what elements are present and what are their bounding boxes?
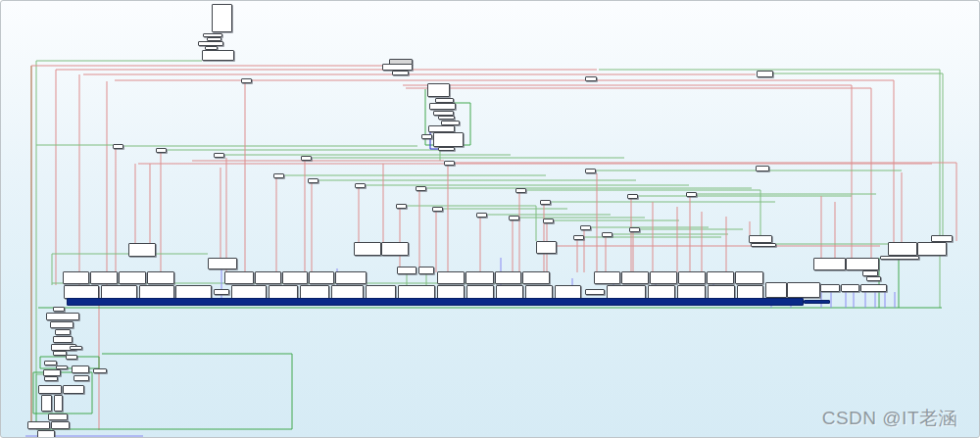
graph-node[interactable] xyxy=(354,242,381,256)
graph-node[interactable] xyxy=(917,242,947,256)
graph-node[interactable] xyxy=(540,200,551,205)
graph-node[interactable] xyxy=(756,166,769,171)
graph-node[interactable] xyxy=(397,267,416,274)
graph-node[interactable] xyxy=(72,365,89,373)
graph-node[interactable] xyxy=(38,385,62,394)
graph-node[interactable] xyxy=(677,285,706,299)
graph-node[interactable] xyxy=(686,192,697,197)
graph-node[interactable] xyxy=(860,284,887,292)
graph-node[interactable] xyxy=(53,307,65,312)
graph-node[interactable] xyxy=(398,285,435,299)
graph-node[interactable] xyxy=(63,385,84,394)
graph-node[interactable] xyxy=(466,285,494,299)
graph-node[interactable] xyxy=(621,271,649,284)
graph-node[interactable] xyxy=(101,285,137,299)
graph-node[interactable] xyxy=(880,256,919,260)
graph-node[interactable] xyxy=(273,173,284,178)
graph-node[interactable] xyxy=(55,329,71,335)
graph-node[interactable] xyxy=(866,276,881,281)
graph-node[interactable] xyxy=(888,242,917,256)
graph-node[interactable] xyxy=(629,227,640,232)
graph-node[interactable] xyxy=(53,351,67,356)
graph-node[interactable] xyxy=(749,235,772,243)
graph-node[interactable] xyxy=(51,421,70,429)
graph-node[interactable] xyxy=(224,271,254,284)
graph-node[interactable] xyxy=(355,183,366,188)
graph-node[interactable] xyxy=(381,242,409,256)
graph-node[interactable] xyxy=(437,285,465,299)
graph-node[interactable] xyxy=(585,169,596,173)
graph-node[interactable] xyxy=(820,284,840,292)
graph-node[interactable] xyxy=(309,271,334,284)
graph-node[interactable] xyxy=(678,271,706,284)
graph-node[interactable] xyxy=(787,282,820,298)
graph-node[interactable] xyxy=(48,414,68,420)
graph-node[interactable] xyxy=(331,285,364,299)
graph-node[interactable] xyxy=(37,430,55,438)
graph-node[interactable] xyxy=(54,395,63,412)
graph-node[interactable] xyxy=(751,243,776,247)
graph-node[interactable] xyxy=(707,271,734,284)
graph-node[interactable] xyxy=(128,243,156,257)
graph-node[interactable] xyxy=(212,4,232,32)
graph-node[interactable] xyxy=(301,156,312,161)
graph-node[interactable] xyxy=(27,421,50,429)
graph-node[interactable] xyxy=(214,153,224,158)
graph-node[interactable] xyxy=(147,271,174,284)
graph-node[interactable] xyxy=(525,285,553,299)
graph-node[interactable] xyxy=(63,271,89,284)
graph-node[interactable] xyxy=(841,284,859,292)
graph-node[interactable] xyxy=(66,355,77,360)
graph-node[interactable] xyxy=(580,225,591,230)
graph-node[interactable] xyxy=(382,64,413,71)
graph-node[interactable] xyxy=(44,361,57,365)
graph-node[interactable] xyxy=(648,285,675,299)
graph-node[interactable] xyxy=(813,258,846,270)
graph-node[interactable] xyxy=(509,216,519,220)
graph-node[interactable] xyxy=(43,369,61,376)
graph-node[interactable] xyxy=(627,194,638,199)
graph-bar-node[interactable] xyxy=(804,300,830,304)
graph-node[interactable] xyxy=(437,271,465,284)
graph-node[interactable] xyxy=(269,285,298,299)
graph-node[interactable] xyxy=(113,144,123,149)
graph-node[interactable] xyxy=(737,285,763,299)
graph-node[interactable] xyxy=(202,50,234,61)
graph-node[interactable] xyxy=(735,271,763,284)
graph-node[interactable] xyxy=(496,285,523,299)
graph-node[interactable] xyxy=(416,186,426,191)
graph-node[interactable] xyxy=(757,71,773,77)
graph-bar-node[interactable] xyxy=(67,298,804,306)
graph-node[interactable] xyxy=(46,313,79,320)
graph-node[interactable] xyxy=(335,271,367,284)
graph-node[interactable] xyxy=(74,375,89,381)
graph-node[interactable] xyxy=(139,285,174,299)
graph-node[interactable] xyxy=(208,258,237,269)
graph-node[interactable] xyxy=(44,376,58,381)
graph-node[interactable] xyxy=(418,267,434,274)
graph-node[interactable] xyxy=(282,271,308,284)
graph-node[interactable] xyxy=(50,321,74,328)
graph-node[interactable] xyxy=(41,395,52,412)
graph-node[interactable] xyxy=(70,346,82,350)
graph-node[interactable] xyxy=(708,285,735,299)
graph-node[interactable] xyxy=(214,289,229,295)
graph-node[interactable] xyxy=(585,76,597,81)
graph-node[interactable] xyxy=(444,161,455,166)
graph-node[interactable] xyxy=(175,285,212,299)
graph-node[interactable] xyxy=(438,116,455,120)
graph-node[interactable] xyxy=(476,213,487,218)
graph-node[interactable] xyxy=(573,235,584,240)
graph-node[interactable] xyxy=(433,132,464,147)
graph-node[interactable] xyxy=(432,207,443,212)
graph-node[interactable] xyxy=(427,83,450,97)
graph-node[interactable] xyxy=(585,289,605,295)
graph-node[interactable] xyxy=(231,285,267,299)
graph-node[interactable] xyxy=(255,271,281,284)
graph-node[interactable] xyxy=(931,235,953,242)
graph-node[interactable] xyxy=(846,258,879,270)
graph-node[interactable] xyxy=(429,103,456,110)
graph-node[interactable] xyxy=(90,271,118,284)
graph-node[interactable] xyxy=(300,285,329,299)
graph-node[interactable] xyxy=(53,336,73,343)
